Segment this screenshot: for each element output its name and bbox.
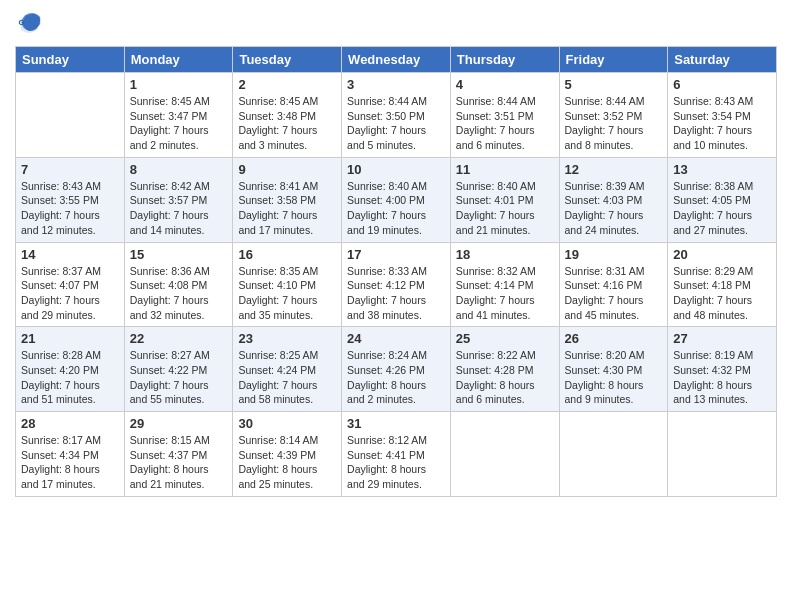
cell-info: Sunrise: 8:19 AMSunset: 4:32 PMDaylight:… (673, 348, 771, 407)
calendar-table: SundayMondayTuesdayWednesdayThursdayFrid… (15, 46, 777, 497)
cell-info: Sunrise: 8:45 AMSunset: 3:48 PMDaylight:… (238, 94, 336, 153)
day-number: 20 (673, 247, 771, 262)
day-number: 27 (673, 331, 771, 346)
column-header-sunday: Sunday (16, 47, 125, 73)
logo: G (15, 10, 47, 38)
calendar-header-row: SundayMondayTuesdayWednesdayThursdayFrid… (16, 47, 777, 73)
day-number: 25 (456, 331, 554, 346)
column-header-saturday: Saturday (668, 47, 777, 73)
calendar-cell: 31Sunrise: 8:12 AMSunset: 4:41 PMDayligh… (342, 412, 451, 497)
cell-info: Sunrise: 8:29 AMSunset: 4:18 PMDaylight:… (673, 264, 771, 323)
cell-info: Sunrise: 8:44 AMSunset: 3:50 PMDaylight:… (347, 94, 445, 153)
calendar-cell (16, 73, 125, 158)
cell-info: Sunrise: 8:14 AMSunset: 4:39 PMDaylight:… (238, 433, 336, 492)
cell-info: Sunrise: 8:45 AMSunset: 3:47 PMDaylight:… (130, 94, 228, 153)
day-number: 17 (347, 247, 445, 262)
calendar-cell: 7Sunrise: 8:43 AMSunset: 3:55 PMDaylight… (16, 157, 125, 242)
cell-info: Sunrise: 8:39 AMSunset: 4:03 PMDaylight:… (565, 179, 663, 238)
calendar-cell: 2Sunrise: 8:45 AMSunset: 3:48 PMDaylight… (233, 73, 342, 158)
svg-text:G: G (19, 18, 25, 27)
day-number: 8 (130, 162, 228, 177)
header: G (15, 10, 777, 38)
day-number: 23 (238, 331, 336, 346)
cell-info: Sunrise: 8:41 AMSunset: 3:58 PMDaylight:… (238, 179, 336, 238)
cell-info: Sunrise: 8:25 AMSunset: 4:24 PMDaylight:… (238, 348, 336, 407)
calendar-cell: 17Sunrise: 8:33 AMSunset: 4:12 PMDayligh… (342, 242, 451, 327)
cell-info: Sunrise: 8:44 AMSunset: 3:51 PMDaylight:… (456, 94, 554, 153)
day-number: 24 (347, 331, 445, 346)
day-number: 28 (21, 416, 119, 431)
calendar-cell: 20Sunrise: 8:29 AMSunset: 4:18 PMDayligh… (668, 242, 777, 327)
day-number: 21 (21, 331, 119, 346)
calendar-cell: 26Sunrise: 8:20 AMSunset: 4:30 PMDayligh… (559, 327, 668, 412)
calendar-cell: 18Sunrise: 8:32 AMSunset: 4:14 PMDayligh… (450, 242, 559, 327)
column-header-tuesday: Tuesday (233, 47, 342, 73)
day-number: 26 (565, 331, 663, 346)
day-number: 30 (238, 416, 336, 431)
day-number: 6 (673, 77, 771, 92)
cell-info: Sunrise: 8:12 AMSunset: 4:41 PMDaylight:… (347, 433, 445, 492)
calendar-cell: 14Sunrise: 8:37 AMSunset: 4:07 PMDayligh… (16, 242, 125, 327)
calendar-week-5: 28Sunrise: 8:17 AMSunset: 4:34 PMDayligh… (16, 412, 777, 497)
cell-info: Sunrise: 8:37 AMSunset: 4:07 PMDaylight:… (21, 264, 119, 323)
calendar-cell: 25Sunrise: 8:22 AMSunset: 4:28 PMDayligh… (450, 327, 559, 412)
calendar-cell: 21Sunrise: 8:28 AMSunset: 4:20 PMDayligh… (16, 327, 125, 412)
calendar-cell: 22Sunrise: 8:27 AMSunset: 4:22 PMDayligh… (124, 327, 233, 412)
calendar-cell (668, 412, 777, 497)
calendar-cell: 10Sunrise: 8:40 AMSunset: 4:00 PMDayligh… (342, 157, 451, 242)
calendar-cell: 5Sunrise: 8:44 AMSunset: 3:52 PMDaylight… (559, 73, 668, 158)
calendar-cell: 29Sunrise: 8:15 AMSunset: 4:37 PMDayligh… (124, 412, 233, 497)
day-number: 10 (347, 162, 445, 177)
calendar-week-4: 21Sunrise: 8:28 AMSunset: 4:20 PMDayligh… (16, 327, 777, 412)
cell-info: Sunrise: 8:35 AMSunset: 4:10 PMDaylight:… (238, 264, 336, 323)
day-number: 14 (21, 247, 119, 262)
day-number: 15 (130, 247, 228, 262)
calendar-cell: 13Sunrise: 8:38 AMSunset: 4:05 PMDayligh… (668, 157, 777, 242)
calendar-cell: 9Sunrise: 8:41 AMSunset: 3:58 PMDaylight… (233, 157, 342, 242)
day-number: 12 (565, 162, 663, 177)
calendar-cell: 1Sunrise: 8:45 AMSunset: 3:47 PMDaylight… (124, 73, 233, 158)
calendar-cell: 4Sunrise: 8:44 AMSunset: 3:51 PMDaylight… (450, 73, 559, 158)
calendar-week-3: 14Sunrise: 8:37 AMSunset: 4:07 PMDayligh… (16, 242, 777, 327)
column-header-wednesday: Wednesday (342, 47, 451, 73)
cell-info: Sunrise: 8:22 AMSunset: 4:28 PMDaylight:… (456, 348, 554, 407)
calendar-cell (450, 412, 559, 497)
page: G SundayMondayTuesdayWednesdayThursdayFr… (0, 0, 792, 612)
day-number: 2 (238, 77, 336, 92)
cell-info: Sunrise: 8:40 AMSunset: 4:00 PMDaylight:… (347, 179, 445, 238)
day-number: 11 (456, 162, 554, 177)
cell-info: Sunrise: 8:32 AMSunset: 4:14 PMDaylight:… (456, 264, 554, 323)
cell-info: Sunrise: 8:27 AMSunset: 4:22 PMDaylight:… (130, 348, 228, 407)
cell-info: Sunrise: 8:33 AMSunset: 4:12 PMDaylight:… (347, 264, 445, 323)
day-number: 9 (238, 162, 336, 177)
cell-info: Sunrise: 8:43 AMSunset: 3:55 PMDaylight:… (21, 179, 119, 238)
day-number: 4 (456, 77, 554, 92)
calendar-cell: 24Sunrise: 8:24 AMSunset: 4:26 PMDayligh… (342, 327, 451, 412)
day-number: 7 (21, 162, 119, 177)
calendar-cell: 23Sunrise: 8:25 AMSunset: 4:24 PMDayligh… (233, 327, 342, 412)
calendar-cell: 3Sunrise: 8:44 AMSunset: 3:50 PMDaylight… (342, 73, 451, 158)
cell-info: Sunrise: 8:44 AMSunset: 3:52 PMDaylight:… (565, 94, 663, 153)
day-number: 13 (673, 162, 771, 177)
cell-info: Sunrise: 8:15 AMSunset: 4:37 PMDaylight:… (130, 433, 228, 492)
cell-info: Sunrise: 8:42 AMSunset: 3:57 PMDaylight:… (130, 179, 228, 238)
calendar-cell: 28Sunrise: 8:17 AMSunset: 4:34 PMDayligh… (16, 412, 125, 497)
day-number: 18 (456, 247, 554, 262)
column-header-monday: Monday (124, 47, 233, 73)
logo-icon: G (15, 10, 43, 38)
day-number: 16 (238, 247, 336, 262)
cell-info: Sunrise: 8:40 AMSunset: 4:01 PMDaylight:… (456, 179, 554, 238)
calendar-cell: 11Sunrise: 8:40 AMSunset: 4:01 PMDayligh… (450, 157, 559, 242)
day-number: 19 (565, 247, 663, 262)
calendar-cell: 16Sunrise: 8:35 AMSunset: 4:10 PMDayligh… (233, 242, 342, 327)
day-number: 29 (130, 416, 228, 431)
calendar-cell: 6Sunrise: 8:43 AMSunset: 3:54 PMDaylight… (668, 73, 777, 158)
cell-info: Sunrise: 8:24 AMSunset: 4:26 PMDaylight:… (347, 348, 445, 407)
calendar-week-1: 1Sunrise: 8:45 AMSunset: 3:47 PMDaylight… (16, 73, 777, 158)
calendar-cell: 30Sunrise: 8:14 AMSunset: 4:39 PMDayligh… (233, 412, 342, 497)
column-header-thursday: Thursday (450, 47, 559, 73)
cell-info: Sunrise: 8:43 AMSunset: 3:54 PMDaylight:… (673, 94, 771, 153)
cell-info: Sunrise: 8:28 AMSunset: 4:20 PMDaylight:… (21, 348, 119, 407)
calendar-cell (559, 412, 668, 497)
column-header-friday: Friday (559, 47, 668, 73)
